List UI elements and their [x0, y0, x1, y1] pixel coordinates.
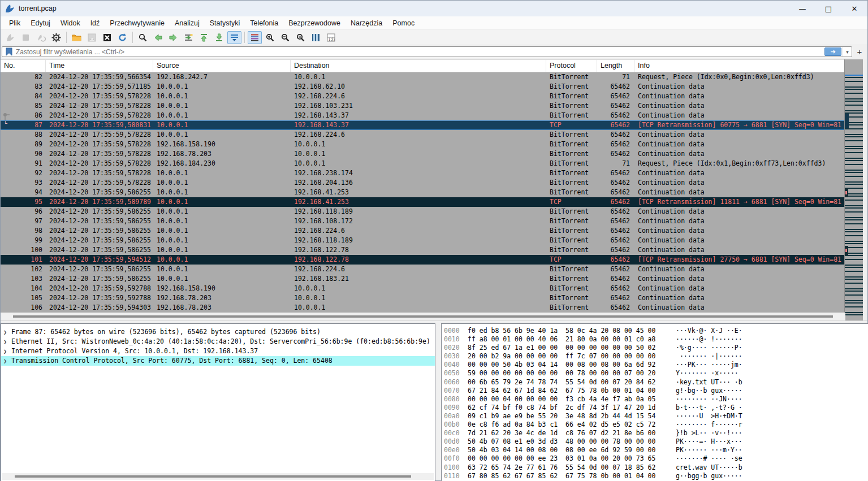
detail-row-1[interactable]: ❯Ethernet II, Src: WistronNeweb_0c:4a:20…	[1, 337, 435, 346]
packet-row-93[interactable]: 932024-12-20 17:35:59,57822810.0.0.1192.…	[1, 178, 845, 188]
go-bottom-icon[interactable]	[212, 31, 226, 44]
go-to-packet-icon[interactable]	[182, 31, 196, 44]
hex-row-0100[interactable]: 010063 72 65 74 2e 77 61 76 55 54 0d 00 …	[444, 463, 868, 472]
hex-row-00a0[interactable]: 00a009 c1 b9 ae e9 be 55 20 3e 48 8d 2b …	[444, 412, 868, 421]
expand-chevron-icon[interactable]: ❯	[3, 327, 11, 337]
menu-analizuj[interactable]: Analizuj	[170, 18, 205, 29]
menu-przechwytywanie[interactable]: Przechwytywanie	[105, 18, 170, 29]
zoom-out-icon[interactable]	[278, 31, 292, 44]
hex-row-0040[interactable]: 004000 00 00 50 4b 03 04 14 00 08 00 08 …	[444, 361, 868, 369]
hex-row-0070[interactable]: 007067 21 84 62 67 1d 84 62 67 75 78 0b …	[444, 387, 868, 395]
packet-row-101[interactable]: 1012024-12-20 17:35:59,59451210.0.0.1192…	[1, 255, 845, 265]
packet-row-90[interactable]: 902024-12-20 17:35:59,578228192.168.78.2…	[1, 149, 845, 159]
details-hscrollbar[interactable]	[2, 473, 434, 480]
hex-row-0060[interactable]: 006000 6b 65 79 2e 74 78 74 55 54 0d 00 …	[444, 378, 868, 387]
start-capture-icon	[3, 31, 18, 44]
filter-dropdown-caret-icon[interactable]: ▾	[843, 47, 852, 57]
open-file-icon[interactable]	[70, 31, 84, 44]
hex-row-00f0[interactable]: 00f000 00 00 00 00 00 ee 23 03 01 0a 00 …	[444, 454, 868, 463]
capture-options-icon[interactable]	[49, 31, 63, 44]
column-header-info[interactable]: Info	[634, 60, 845, 72]
hex-row-0090[interactable]: 009062 cf 74 bf f0 c8 74 bf 2c df 74 3f …	[444, 404, 868, 412]
packet-row-102[interactable]: 1022024-12-20 17:35:59,58625510.0.0.1192…	[1, 265, 845, 274]
resize-columns-icon[interactable]	[309, 31, 323, 44]
hex-row-0030[interactable]: 003020 00 b2 9a 00 00 00 00 ff 7c 07 00 …	[444, 352, 868, 361]
packet-row-106[interactable]: 1062024-12-20 17:35:59,594303192.168.78.…	[1, 303, 845, 313]
packet-list-scrollbar-minimap[interactable]	[844, 59, 863, 320]
auto-scroll-icon[interactable]	[227, 31, 241, 44]
go-forward-icon[interactable]	[166, 31, 180, 44]
find-packet-icon[interactable]	[136, 31, 150, 44]
packet-row-99[interactable]: 992024-12-20 17:35:59,58625510.0.0.1192.…	[1, 236, 845, 245]
packet-row-94[interactable]: 942024-12-20 17:35:59,58625510.0.0.1192.…	[1, 188, 845, 197]
expand-chevron-icon[interactable]: ❯	[3, 337, 11, 346]
menu-widok[interactable]: Widok	[55, 18, 85, 29]
zoom-in-icon[interactable]	[263, 31, 277, 44]
packet-row-103[interactable]: 1032024-12-20 17:35:59,58625510.0.0.1192…	[1, 274, 845, 284]
detail-row-3[interactable]: ❯Transmission Control Protocol, Src Port…	[1, 356, 435, 366]
hex-row-0050[interactable]: 005059 00 00 00 00 00 00 00 00 78 00 00 …	[444, 369, 868, 378]
expand-chevron-icon[interactable]: ❯	[3, 346, 11, 356]
column-header-source[interactable]: Source	[153, 60, 291, 72]
packet-row-96[interactable]: 962024-12-20 17:35:59,58625510.0.0.1192.…	[1, 207, 845, 216]
hex-row-0000[interactable]: 0000f0 ed b8 56 6b 9e 40 1a 58 0c 4a 20 …	[444, 327, 868, 335]
menu-telefonia[interactable]: Telefonia	[245, 18, 283, 29]
packet-row-84[interactable]: 842024-12-20 17:35:59,57822810.0.0.1192.…	[1, 92, 845, 101]
maximize-button[interactable]: □	[815, 1, 841, 16]
column-header-protocol[interactable]: Protocol	[546, 60, 597, 72]
menu-narzędzia[interactable]: Narzędzia	[346, 18, 387, 29]
packet-row-83[interactable]: 832024-12-20 17:35:59,57118510.0.0.1192.…	[1, 82, 845, 92]
detail-row-0[interactable]: ❯Frame 87: 65462 bytes on wire (523696 b…	[1, 327, 435, 337]
packet-row-87[interactable]: 87└2024-12-20 17:35:59,58083110.0.0.1192…	[1, 120, 845, 130]
hex-row-00e0[interactable]: 00e050 4b 03 04 14 00 08 00 08 00 ee 6d …	[444, 446, 868, 454]
zoom-original-icon[interactable]	[293, 31, 308, 44]
packet-row-86[interactable]: 862024-12-20 17:35:59,57822810.0.0.1192.…	[1, 111, 845, 120]
packet-row-97[interactable]: 972024-12-20 17:35:59,58625510.0.0.1192.…	[1, 216, 845, 226]
display-filter-box[interactable]: ➜ ▾	[2, 46, 852, 57]
apply-filter-button[interactable]: ➜	[824, 47, 841, 56]
reload-file-icon[interactable]	[115, 31, 129, 44]
expand-chevron-icon[interactable]: ❯	[3, 356, 11, 366]
colorize-icon[interactable]	[248, 31, 262, 44]
close-button[interactable]: ✕	[841, 1, 867, 16]
go-back-icon[interactable]	[151, 31, 165, 44]
hex-row-0110[interactable]: 011067 80 85 62 67 67 85 62 67 75 78 0b …	[444, 472, 868, 480]
detail-row-2[interactable]: ❯Internet Protocol Version 4, Src: 10.0.…	[1, 346, 435, 356]
add-filter-button[interactable]: +	[854, 46, 865, 57]
packet-row-92[interactable]: 922024-12-20 17:35:59,57822810.0.0.1192.…	[1, 168, 845, 178]
menu-bezprzewodowe[interactable]: Bezprzewodowe	[283, 18, 346, 29]
packet-row-85[interactable]: 852024-12-20 17:35:59,57822810.0.0.1192.…	[1, 101, 845, 111]
packet-row-95[interactable]: 952024-12-20 17:35:59,58978910.0.0.1192.…	[1, 197, 845, 207]
column-header-destination[interactable]: Destination	[291, 60, 546, 72]
packet-row-98[interactable]: 982024-12-20 17:35:59,58625510.0.0.1192.…	[1, 226, 845, 236]
minimize-button[interactable]: —	[789, 1, 815, 16]
menu-statystyki[interactable]: Statystyki	[205, 18, 245, 29]
menu-pomoc[interactable]: Pomoc	[387, 18, 420, 29]
packet-row-105[interactable]: 1052024-12-20 17:35:59,592788192.168.78.…	[1, 293, 845, 303]
menu-plik[interactable]: Plik	[4, 18, 25, 29]
filter-bookmark-icon[interactable]	[5, 47, 14, 56]
hex-row-0010[interactable]: 0010ff a8 00 01 00 00 40 06 21 80 0a 00 …	[444, 335, 868, 344]
packet-row-88[interactable]: 882024-12-20 17:35:59,57822810.0.0.1192.…	[1, 130, 845, 140]
close-file-icon[interactable]	[100, 31, 114, 44]
display-filter-input[interactable]	[16, 48, 824, 56]
packet-row-104[interactable]: 1042024-12-20 17:35:59,592788192.168.158…	[1, 284, 845, 293]
resize-123-icon[interactable]: 123	[324, 31, 338, 44]
packet-row-89[interactable]: 892024-12-20 17:35:59,578228192.168.158.…	[1, 140, 845, 149]
hex-row-0020[interactable]: 00208f 25 ed 67 1a e1 00 00 00 00 00 00 …	[444, 344, 868, 352]
column-header-no[interactable]: No.	[1, 60, 46, 72]
menu-idź[interactable]: Idź	[85, 18, 105, 29]
hex-row-00c0[interactable]: 00c07d 21 62 20 3e 4c de 1d c8 76 07 d2 …	[444, 429, 868, 437]
hex-row-00d0[interactable]: 00d050 4b 07 08 e1 e0 3d d3 48 00 00 00 …	[444, 437, 868, 446]
stop-capture-icon	[19, 31, 33, 44]
column-header-length[interactable]: Length	[597, 60, 634, 72]
packet-row-91[interactable]: 912024-12-20 17:35:59,578228192.168.184.…	[1, 159, 845, 168]
packet-row-100[interactable]: 1002024-12-20 17:35:59,58625510.0.0.1192…	[1, 245, 845, 255]
column-header-time[interactable]: Time	[46, 60, 153, 72]
packet-list-hscrollbar[interactable]	[1, 313, 845, 320]
menu-edytuj[interactable]: Edytuj	[25, 18, 55, 29]
packet-row-82[interactable]: 822024-12-20 17:35:59,566354192.168.242.…	[1, 72, 845, 82]
hex-row-00b0[interactable]: 00b00e c8 f6 ad 0a 84 b3 c1 66 e4 02 d5 …	[444, 421, 868, 429]
go-top-icon[interactable]	[197, 31, 211, 44]
hex-row-0080[interactable]: 008000 00 00 04 00 00 00 00 f3 cb 4a 4e …	[444, 395, 868, 404]
